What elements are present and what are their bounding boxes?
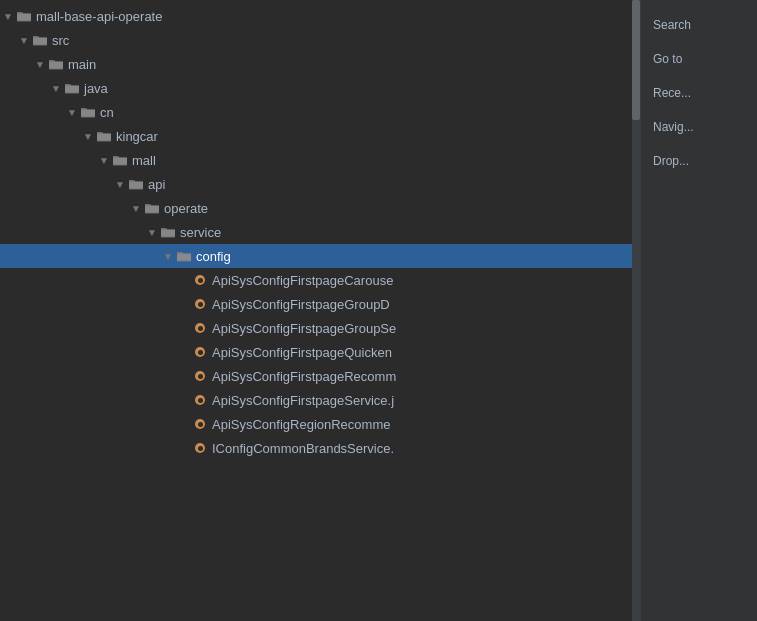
tree-arrow-mall[interactable]: ▼ (96, 155, 112, 166)
tree-arrow-src[interactable]: ▼ (16, 35, 32, 46)
tree-arrow-api[interactable]: ▼ (112, 179, 128, 190)
tree-label-file8: IConfigCommonBrandsService. (212, 441, 394, 456)
tree-arrow-java[interactable]: ▼ (48, 83, 64, 94)
folder-icon-config (176, 248, 192, 264)
tree-row-file2[interactable]: ApiSysConfigFirstpageGroupD (0, 292, 632, 316)
tree-row-kingcar[interactable]: ▼ kingcar (0, 124, 632, 148)
folder-icon-mall (112, 152, 128, 168)
folder-icon-service (160, 224, 176, 240)
tree-arrow-kingcar[interactable]: ▼ (80, 131, 96, 142)
folder-icon-src (32, 32, 48, 48)
right-panel: SearchGo toRece...Navig...Drop... (640, 0, 757, 621)
tree-label-src: src (52, 33, 69, 48)
file-tree-panel: ▼ mall-base-api-operate▼ src▼ main▼ java… (0, 0, 640, 621)
tree-row-file8[interactable]: IConfigCommonBrandsService. (0, 436, 632, 460)
tree-label-operate: operate (164, 201, 208, 216)
tree-arrow-config[interactable]: ▼ (160, 251, 176, 262)
tree-row-src[interactable]: ▼ src (0, 28, 632, 52)
tree-arrow-service[interactable]: ▼ (144, 227, 160, 238)
file-icon-file6 (192, 392, 208, 408)
tree-row-root[interactable]: ▼ mall-base-api-operate (0, 4, 632, 28)
tree-arrow-operate[interactable]: ▼ (128, 203, 144, 214)
tree-row-operate[interactable]: ▼ operate (0, 196, 632, 220)
tree-row-api[interactable]: ▼ api (0, 172, 632, 196)
scrollbar[interactable] (632, 0, 640, 621)
right-panel-item-drop[interactable]: Drop... (641, 144, 757, 178)
tree-row-file3[interactable]: ApiSysConfigFirstpageGroupSe (0, 316, 632, 340)
tree-row-file7[interactable]: ApiSysConfigRegionRecomme (0, 412, 632, 436)
tree-label-file4: ApiSysConfigFirstpageQuicken (212, 345, 392, 360)
right-panel-item-search[interactable]: Search (641, 8, 757, 42)
file-icon-file3 (192, 320, 208, 336)
folder-icon-cn (80, 104, 96, 120)
tree-row-config[interactable]: ▼ config (0, 244, 632, 268)
tree-row-file5[interactable]: ApiSysConfigFirstpageRecomm (0, 364, 632, 388)
tree-row-file6[interactable]: ApiSysConfigFirstpageService.j (0, 388, 632, 412)
folder-icon-kingcar (96, 128, 112, 144)
tree-label-cn: cn (100, 105, 114, 120)
tree-row-java[interactable]: ▼ java (0, 76, 632, 100)
file-icon-file4 (192, 344, 208, 360)
tree-label-config: config (196, 249, 231, 264)
scrollbar-thumb[interactable] (632, 0, 640, 120)
tree-label-mall: mall (132, 153, 156, 168)
file-icon-file5 (192, 368, 208, 384)
tree-label-java: java (84, 81, 108, 96)
tree-label-main: main (68, 57, 96, 72)
tree-row-file4[interactable]: ApiSysConfigFirstpageQuicken (0, 340, 632, 364)
file-icon-file1 (192, 272, 208, 288)
file-icon-file8 (192, 440, 208, 456)
tree-label-file7: ApiSysConfigRegionRecomme (212, 417, 390, 432)
right-panel-item-navigate[interactable]: Navig... (641, 110, 757, 144)
folder-icon-main (48, 56, 64, 72)
tree-row-mall[interactable]: ▼ mall (0, 148, 632, 172)
folder-icon-java (64, 80, 80, 96)
tree-label-root: mall-base-api-operate (36, 9, 162, 24)
tree-row-service[interactable]: ▼ service (0, 220, 632, 244)
tree-label-kingcar: kingcar (116, 129, 158, 144)
tree-label-file3: ApiSysConfigFirstpageGroupSe (212, 321, 396, 336)
tree-label-file5: ApiSysConfigFirstpageRecomm (212, 369, 396, 384)
tree-label-api: api (148, 177, 165, 192)
folder-icon-api (128, 176, 144, 192)
tree-row-cn[interactable]: ▼ cn (0, 100, 632, 124)
right-panel-item-recent[interactable]: Rece... (641, 76, 757, 110)
tree-row-file1[interactable]: ApiSysConfigFirstpageCarouse (0, 268, 632, 292)
tree-label-file2: ApiSysConfigFirstpageGroupD (212, 297, 390, 312)
file-icon-file2 (192, 296, 208, 312)
tree-container: ▼ mall-base-api-operate▼ src▼ main▼ java… (0, 0, 632, 464)
tree-arrow-cn[interactable]: ▼ (64, 107, 80, 118)
folder-icon-root (16, 8, 32, 24)
right-panel-item-goto[interactable]: Go to (641, 42, 757, 76)
tree-label-file6: ApiSysConfigFirstpageService.j (212, 393, 394, 408)
tree-label-file1: ApiSysConfigFirstpageCarouse (212, 273, 393, 288)
tree-arrow-root[interactable]: ▼ (0, 11, 16, 22)
tree-arrow-main[interactable]: ▼ (32, 59, 48, 70)
file-icon-file7 (192, 416, 208, 432)
tree-row-main[interactable]: ▼ main (0, 52, 632, 76)
tree-label-service: service (180, 225, 221, 240)
folder-icon-operate (144, 200, 160, 216)
